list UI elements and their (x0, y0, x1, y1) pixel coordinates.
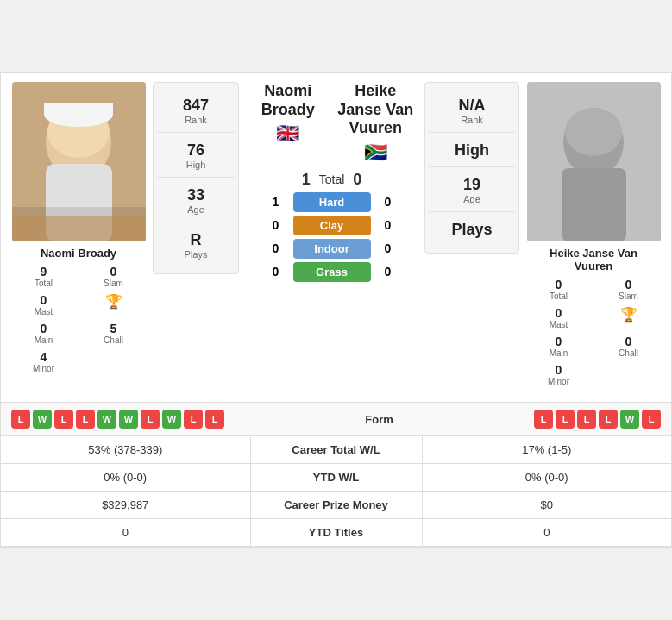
indoor-right-score: 0 (380, 241, 397, 255)
main-container: Naomi Broady 9 Total 0 Slam 0 Mast 🏆 (0, 72, 672, 548)
left-form-6: W (119, 410, 138, 429)
right-age-value: 19 (463, 176, 480, 194)
left-rank-row: 847 Rank (157, 90, 235, 133)
left-total-cell: 9 Total (9, 263, 78, 290)
right-slam-label: Slam (619, 291, 638, 301)
left-mast-value: 0 (41, 293, 47, 307)
left-trophy-cell: 🏆 (79, 291, 148, 318)
left-form-7: L (141, 410, 160, 429)
right-rank-label: Rank (461, 115, 483, 125)
right-plays-value: Plays (451, 221, 492, 239)
svg-rect-3 (46, 164, 112, 241)
right-rank-box: N/A Rank High 19 Age Plays (424, 82, 519, 254)
left-chall-cell: 5 Chall (79, 320, 148, 347)
left-form-10: L (205, 410, 224, 429)
career-wl-row: 53% (378-339) Career Total W/L 17% (1-5) (1, 436, 671, 464)
total-row: 1 Total 0 (302, 171, 362, 189)
right-trophy-cell: 🏆 (594, 304, 663, 331)
grass-right-score: 0 (380, 265, 397, 279)
right-flag: 🇿🇦 (364, 141, 387, 164)
ytd-wl-row: 0% (0-0) YTD W/L 0% (0-0) (1, 464, 671, 492)
grass-badge: Grass (293, 262, 371, 282)
left-trophy-icon: 🏆 (105, 293, 122, 310)
left-high-row: 76 High (157, 135, 235, 178)
left-chall-label: Chall (104, 335, 123, 345)
right-stats-grid: 0 Total 0 Slam 0 Mast 🏆 0 Main (524, 276, 663, 388)
svg-rect-10 (562, 168, 626, 241)
ytd-titles-label: YTD Titles (250, 519, 423, 546)
surface-rows: 1 Hard 0 0 Clay 0 0 Indoor 0 0 Grass (264, 192, 400, 282)
right-plays-row: Plays (429, 214, 515, 246)
left-main-value: 0 (41, 322, 47, 335)
ytd-wl-left: 0% (0-0) (1, 464, 250, 491)
right-form-badges: L L L L W L (534, 410, 661, 429)
svg-rect-4 (12, 216, 146, 241)
clay-badge: Clay (293, 216, 371, 235)
left-high-label: High (186, 160, 206, 170)
top-section: Naomi Broady 9 Total 0 Slam 0 Mast 🏆 (1, 73, 671, 397)
left-form-4: L (76, 410, 95, 429)
surface-row-grass: 0 Grass 0 (267, 262, 397, 282)
right-mast-value: 0 (556, 306, 562, 320)
left-form-1: L (11, 410, 30, 429)
prize-label: Career Prize Money (250, 492, 423, 518)
indoor-badge: Indoor (293, 239, 371, 259)
left-rank-box: 847 Rank 76 High 33 Age R Plays (153, 82, 239, 274)
left-age-value: 33 (187, 186, 204, 204)
left-player-card: Naomi Broady 9 Total 0 Slam 0 Mast 🏆 (9, 82, 148, 375)
career-wl-label: Career Total W/L (250, 436, 423, 463)
career-wl-right: 17% (1-5) (423, 436, 672, 463)
total-label: Total (319, 172, 345, 186)
left-total-label: Total (35, 279, 53, 288)
left-plays-label: Plays (185, 249, 208, 260)
left-form-3: L (54, 410, 73, 429)
left-stats-grid: 9 Total 0 Slam 0 Mast 🏆 0 Main (9, 263, 148, 375)
right-form-6: L (642, 410, 661, 429)
ytd-wl-right: 0% (0-0) (423, 464, 672, 491)
indoor-left-score: 0 (267, 241, 285, 255)
svg-rect-6 (44, 103, 113, 115)
ytd-titles-left: 0 (1, 519, 250, 546)
grass-left-score: 0 (267, 265, 285, 279)
left-rank-label: Rank (185, 115, 207, 125)
left-form-badges: L W L L W W L W L L (11, 410, 224, 429)
right-form-5: W (620, 410, 639, 429)
hard-right-score: 0 (380, 195, 397, 209)
right-main-cell: 0 Main (524, 333, 593, 360)
prize-right: $0 (423, 492, 672, 518)
left-name-flag: NaomiBroady 🇬🇧 (244, 82, 332, 145)
svg-point-9 (565, 108, 622, 156)
total-left-score: 1 (302, 171, 311, 189)
left-high-value: 76 (187, 141, 204, 160)
left-rank-value: 847 (183, 97, 209, 115)
left-form-5: W (97, 410, 116, 429)
right-mast-cell: 0 Mast (524, 304, 593, 331)
left-total-value: 9 (41, 265, 47, 279)
right-player-card: Heike Janse VanVuuren 0 Total 0 Slam 0 M… (524, 82, 663, 388)
form-row: L W L L W W L W L L Form L L L L W L (1, 403, 671, 436)
right-mast-label: Mast (550, 320, 568, 329)
right-form-4: L (599, 410, 618, 429)
left-player-name: Naomi Broady (41, 247, 116, 260)
ytd-titles-row: 0 YTD Titles 0 (1, 519, 671, 547)
right-rank-row: N/A Rank (429, 90, 515, 133)
left-mast-cell: 0 Mast (9, 291, 78, 318)
right-rank-value: N/A (459, 97, 486, 115)
left-form-8: W (162, 410, 181, 429)
surface-row-clay: 0 Clay 0 (267, 216, 397, 235)
right-age-label: Age (463, 194, 480, 204)
right-main-value: 0 (556, 335, 562, 348)
right-total-value: 0 (556, 278, 562, 291)
right-chall-value: 0 (625, 335, 632, 348)
surface-row-hard: 1 Hard 0 (267, 192, 397, 212)
right-slam-value: 0 (625, 278, 632, 291)
center-names: NaomiBroady 🇬🇧 Heike Janse VanVuuren 🇿🇦 (244, 82, 419, 164)
right-form-2: L (556, 410, 575, 429)
ytd-titles-right: 0 (423, 519, 672, 546)
prize-left: $329,987 (1, 492, 250, 518)
right-age-row: 19 Age (429, 169, 515, 212)
right-chall-cell: 0 Chall (594, 333, 663, 360)
left-plays-row: R Plays (157, 224, 235, 266)
right-total-label: Total (550, 291, 568, 301)
left-plays-value: R (191, 231, 202, 249)
